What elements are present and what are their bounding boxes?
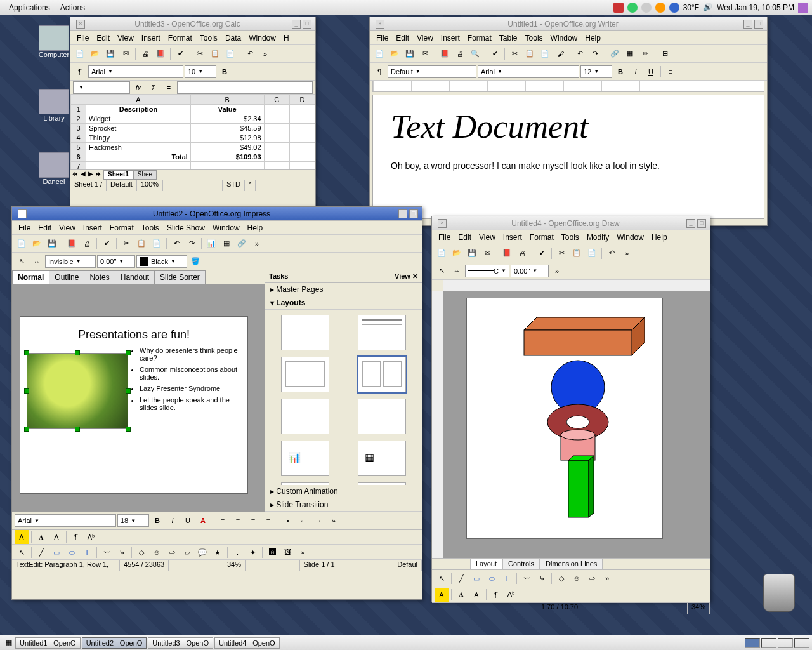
print-icon[interactable]: 🖨 — [138, 47, 152, 61]
undo-icon[interactable]: ↶ — [605, 246, 619, 260]
bullet-item[interactable]: Common misconceptions about slides. — [140, 366, 241, 381]
new-icon[interactable]: 📄 — [15, 237, 29, 251]
line-style-combo[interactable]: C▼ — [465, 265, 509, 277]
menu-file[interactable]: File — [372, 34, 392, 43]
navigator-icon[interactable]: ⊞ — [658, 47, 672, 61]
task-button[interactable]: Untitled3 - OpenO — [148, 637, 213, 649]
draw-page[interactable] — [466, 298, 663, 539]
tray-icon[interactable] — [641, 3, 652, 13]
flowchart-icon[interactable]: ▱ — [180, 545, 194, 559]
tasks-view[interactable]: View — [395, 272, 410, 280]
bold-button[interactable]: B — [218, 65, 232, 79]
print-icon[interactable]: 🖨 — [80, 237, 94, 251]
promote-button[interactable]: ← — [296, 514, 310, 527]
hyperlink-icon[interactable]: 🔗 — [608, 47, 622, 61]
paste-icon[interactable]: 📄 — [150, 237, 164, 251]
menu-insert[interactable]: Insert — [437, 34, 464, 43]
tray-icon[interactable] — [613, 3, 624, 13]
line-style-combo[interactable]: Invisible▼ — [45, 255, 96, 268]
cut-icon[interactable]: ✂ — [508, 47, 521, 61]
sheet-nav-first[interactable]: ⏮ — [70, 170, 79, 180]
slide-title[interactable]: Presentations are fun! — [20, 317, 247, 347]
para-icon[interactable]: ¶ — [69, 530, 83, 544]
align-justify-button[interactable]: ≡ — [261, 514, 275, 527]
draw-titlebar[interactable]: × Untitled4 - OpenOffice.org Draw _ □ — [432, 216, 710, 230]
tab-dimension[interactable]: Dimension Lines — [540, 559, 603, 569]
arrow-shapes-icon[interactable]: ⇨ — [585, 571, 599, 585]
menu-data[interactable]: Data — [221, 34, 245, 43]
actions-menu[interactable]: Actions — [55, 3, 90, 12]
menu-format[interactable]: Format — [526, 233, 558, 242]
row-header[interactable]: 2 — [71, 114, 86, 124]
minimize-button[interactable]: _ — [686, 219, 695, 228]
tab-layout[interactable]: Layout — [470, 559, 502, 569]
more-icon[interactable]: » — [258, 47, 272, 61]
curve-icon[interactable]: 〰 — [100, 545, 114, 559]
styles-icon[interactable]: ¶ — [372, 65, 386, 79]
layout-thumbnail[interactable] — [358, 399, 406, 434]
workspace-switcher[interactable] — [794, 638, 809, 648]
cell[interactable]: Value — [190, 105, 264, 114]
cut-icon[interactable]: ✂ — [193, 47, 207, 61]
save-icon[interactable]: 💾 — [465, 246, 479, 260]
sheet-nav-prev[interactable]: ◀ — [79, 170, 87, 180]
menu-table[interactable]: Table — [495, 34, 521, 43]
draw-shapes[interactable] — [467, 298, 664, 540]
menu-help[interactable]: Help — [648, 233, 671, 242]
size-combo[interactable]: 18▼ — [117, 514, 149, 527]
text-icon[interactable]: T — [80, 545, 94, 559]
glue-icon[interactable]: ✦ — [246, 545, 259, 559]
paste-icon[interactable]: 📄 — [585, 246, 599, 260]
maximize-button[interactable]: □ — [303, 20, 311, 29]
layout-thumbnail[interactable] — [358, 357, 406, 392]
cell[interactable]: $12.98 — [190, 133, 264, 143]
from-file-icon[interactable]: 🖼 — [280, 545, 294, 559]
new-icon[interactable]: 📄 — [73, 47, 87, 61]
cell[interactable]: Description — [86, 105, 191, 114]
style-combo[interactable]: Default▼ — [388, 65, 476, 78]
layout-thumbnail[interactable]: 📊 — [281, 441, 329, 476]
line-width-combo[interactable]: 0.00"▼ — [97, 255, 135, 268]
spell-icon[interactable]: ✔ — [173, 47, 187, 61]
equals-icon[interactable]: = — [162, 81, 176, 95]
menu-slideshow[interactable]: Slide Show — [163, 223, 209, 232]
task-custom-animation[interactable]: ▸ Custom Animation — [265, 485, 422, 498]
menu-view[interactable]: View — [114, 34, 138, 43]
col-header[interactable]: A — [86, 95, 191, 105]
font-color-button[interactable]: A — [196, 514, 210, 527]
menu-file[interactable]: File — [15, 223, 34, 232]
trash-icon[interactable] — [759, 574, 799, 625]
close-button[interactable]: × — [18, 209, 27, 218]
save-icon[interactable]: 💾 — [403, 47, 417, 61]
applications-menu[interactable]: Applications — [4, 3, 55, 12]
tab-sorter[interactable]: Slide Sorter — [154, 270, 206, 284]
font-combo[interactable]: Arial▼ — [88, 65, 183, 78]
impress-titlebar[interactable]: × Untitled2 - OpenOffice.org Impress _ □ — [12, 207, 422, 221]
demote-button[interactable]: → — [311, 514, 325, 527]
table-icon[interactable]: ▦ — [623, 47, 637, 61]
menu-insert[interactable]: Insert — [138, 34, 164, 43]
row-header[interactable]: 7 — [71, 162, 86, 170]
menu-tools[interactable]: Tools — [138, 223, 163, 232]
tab-normal[interactable]: Normal — [12, 270, 49, 284]
workspace-switcher[interactable] — [761, 638, 776, 648]
minimize-button[interactable]: _ — [398, 209, 407, 218]
writer-titlebar[interactable]: × Untitled1 - OpenOffice.org Writer _ □ — [370, 17, 767, 31]
task-master-pages[interactable]: ▸ Master Pages — [265, 283, 422, 296]
menu-window[interactable]: Window — [613, 233, 648, 242]
menu-modify[interactable]: Modify — [583, 233, 613, 242]
menu-edit[interactable]: Edit — [93, 34, 114, 43]
fill-icon[interactable]: 🪣 — [188, 255, 202, 269]
highlight-icon[interactable]: A — [15, 530, 29, 544]
task-button[interactable]: Untitled4 - OpenO — [214, 637, 280, 649]
row-header[interactable]: 3 — [71, 124, 86, 133]
draw-canvas[interactable] — [443, 291, 710, 558]
col-header[interactable]: D — [289, 95, 315, 105]
size-combo[interactable]: 10▼ — [185, 65, 216, 78]
paste-icon[interactable]: 📄 — [538, 47, 552, 61]
col-header[interactable]: B — [190, 95, 264, 105]
char-icon[interactable]: A — [469, 588, 483, 602]
print-icon[interactable]: 🖨 — [515, 246, 529, 260]
open-icon[interactable]: 📂 — [450, 246, 464, 260]
underline-button[interactable]: U — [181, 514, 195, 527]
